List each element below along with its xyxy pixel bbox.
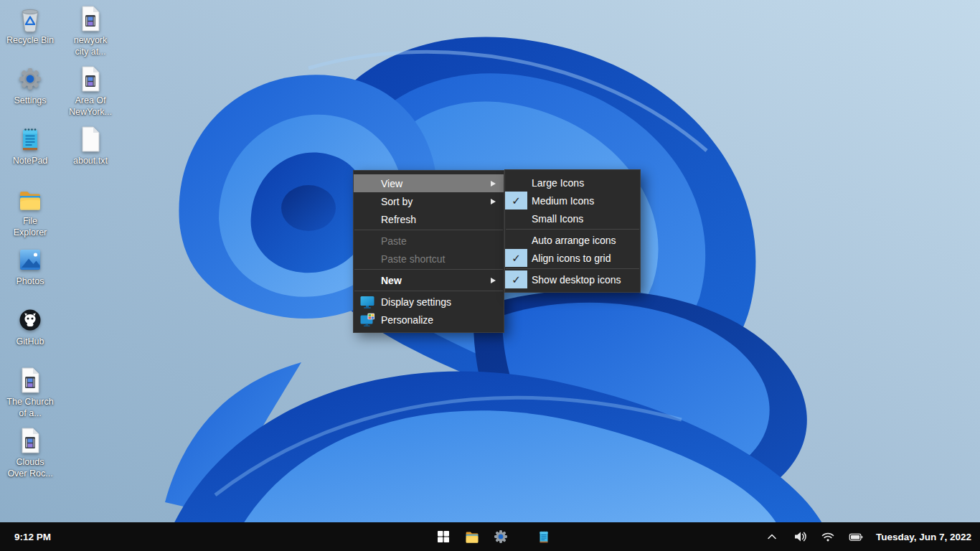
submenu-item-auto-arrange-icons-label: Auto arrange icons (532, 235, 616, 246)
video-file-icon (76, 65, 105, 93)
desktop-icon-notepad[interactable]: NotePad (0, 125, 60, 166)
volume-icon (792, 529, 808, 545)
folder-icon (16, 185, 44, 214)
menu-item-new[interactable]: New (354, 271, 504, 289)
desktop-icon-label: File Explorer (0, 215, 60, 238)
menu-item-paste: Paste (354, 232, 504, 250)
taskbar-notepad-button[interactable] (534, 525, 554, 548)
taskbar-settings-button[interactable] (491, 525, 511, 548)
display-settings-icon (359, 295, 375, 309)
menu-separator (354, 269, 503, 270)
menu-item-refresh[interactable]: Refresh (354, 210, 504, 228)
video-file-icon (16, 366, 44, 395)
menu-item-personalize[interactable]: Personalize (354, 311, 504, 329)
video-file-icon (16, 426, 44, 455)
menu-item-personalize-label: Personalize (381, 314, 496, 326)
taskbar-tray: Tuesday, Jun 7, 2022 (764, 522, 971, 551)
check-slot (505, 209, 527, 227)
desktop-icon-label: Clouds Over Roc... (0, 456, 60, 479)
checkmark-icon: ✓ (505, 192, 527, 209)
desktop-icon-label: Recycle Bin (0, 34, 60, 46)
tray-battery-button[interactable] (848, 529, 864, 545)
submenu-item-align-icons-to-grid[interactable]: ✓ Align icons to grid (505, 249, 640, 267)
checkmark-icon: ✓ (505, 270, 527, 288)
menu-item-view-label: View (381, 178, 491, 189)
folder-icon (463, 528, 481, 545)
desktop-icon-area-of-newyork[interactable]: Area Of NewYork... (60, 65, 121, 118)
recycle-bin-icon (16, 4, 44, 33)
windows-desktop: Recycle Bin newyork city at... Settings … (0, 0, 980, 551)
settings-gear-icon (16, 65, 44, 93)
submenu-item-large-icons[interactable]: Large Icons (505, 174, 640, 192)
desktop-icon-label: Settings (0, 95, 60, 106)
battery-icon (848, 529, 864, 545)
photos-app-icon (16, 245, 44, 274)
menu-item-paste-shortcut-label: Paste shortcut (381, 253, 496, 265)
submenu-item-show-desktop-icons[interactable]: ✓ Show desktop icons (505, 270, 640, 288)
desktop-context-menu: View Sort by Refresh Paste Paste shortcu… (353, 170, 504, 333)
tray-chevron-up-button[interactable] (764, 529, 780, 545)
menu-separator (354, 291, 503, 291)
submenu-item-align-icons-to-grid-label: Align icons to grid (532, 253, 611, 264)
desktop-icon-the-church[interactable]: The Church of a... (0, 366, 60, 419)
taskbar-clock[interactable]: 9:12 PM (14, 522, 51, 551)
menu-item-new-label: New (381, 275, 491, 286)
desktop-icon-settings[interactable]: Settings (0, 65, 60, 106)
notepad-app-icon (536, 529, 552, 545)
submenu-arrow-icon (491, 181, 496, 187)
start-button[interactable] (433, 525, 453, 548)
desktop-icon-photos[interactable]: Photos (0, 245, 60, 287)
submenu-arrow-icon (491, 278, 496, 283)
desktop-icon-clouds-over[interactable]: Clouds Over Roc... (0, 426, 60, 479)
submenu-item-small-icons-label: Small Icons (532, 213, 583, 225)
submenu-arrow-icon (491, 199, 496, 204)
desktop-icon-label: Area Of NewYork... (60, 95, 121, 118)
menu-item-sort-by-label: Sort by (381, 196, 491, 207)
check-slot (505, 174, 527, 192)
desktop-icon-label: newyork city at... (60, 34, 121, 57)
desktop-icon-file-explorer[interactable]: File Explorer (0, 185, 60, 238)
tray-volume-button[interactable] (792, 529, 808, 545)
view-submenu: Large Icons ✓ Medium Icons Small Icons A… (504, 169, 641, 293)
submenu-item-large-icons-label: Large Icons (532, 177, 584, 189)
tray-wifi-button[interactable] (820, 529, 836, 545)
submenu-item-show-desktop-icons-label: Show desktop icons (532, 274, 621, 286)
check-slot (505, 231, 527, 249)
chevron-up-icon (764, 529, 780, 545)
desktop-icon-newyork-city[interactable]: newyork city at... (60, 4, 121, 57)
menu-item-sort-by[interactable]: Sort by (354, 192, 504, 210)
github-icon (16, 306, 44, 334)
menu-item-paste-label: Paste (381, 235, 496, 247)
video-file-icon (76, 4, 105, 33)
text-file-icon (76, 125, 105, 154)
submenu-item-medium-icons-label: Medium Icons (532, 195, 594, 207)
submenu-item-small-icons[interactable]: Small Icons (505, 209, 640, 227)
desktop-icon-label: GitHub (0, 336, 60, 347)
start-icon (437, 530, 450, 543)
submenu-item-auto-arrange-icons[interactable]: Auto arrange icons (505, 231, 640, 249)
menu-item-display-settings[interactable]: Display settings (354, 293, 504, 311)
desktop-icon-about-txt[interactable]: about.txt (60, 125, 121, 166)
desktop-icon-label: The Church of a... (0, 396, 60, 419)
taskbar-center-icons (433, 522, 554, 551)
desktop-icon-recycle-bin[interactable]: Recycle Bin (0, 4, 60, 46)
desktop-icon-label: about.txt (60, 155, 121, 166)
taskbar-date[interactable]: Tuesday, Jun 7, 2022 (876, 532, 971, 542)
menu-item-view[interactable]: View (354, 174, 504, 192)
menu-item-refresh-label: Refresh (381, 214, 496, 225)
submenu-item-medium-icons[interactable]: ✓ Medium Icons (505, 192, 640, 209)
settings-gear-icon (492, 528, 509, 545)
notepad-app-icon (16, 125, 44, 154)
taskbar: 9:12 PM (0, 522, 980, 551)
desktop-icon-github[interactable]: GitHub (0, 306, 60, 347)
desktop-icon-label: Photos (0, 276, 60, 287)
menu-item-paste-shortcut: Paste shortcut (354, 250, 504, 268)
menu-separator (506, 229, 639, 230)
checkmark-icon: ✓ (505, 249, 527, 267)
menu-separator (354, 230, 503, 230)
desktop-icon-label: NotePad (0, 155, 60, 166)
taskbar-file-explorer-button[interactable] (462, 525, 482, 548)
wifi-icon (820, 529, 836, 545)
personalize-icon (359, 313, 375, 327)
menu-item-display-settings-label: Display settings (381, 296, 496, 308)
